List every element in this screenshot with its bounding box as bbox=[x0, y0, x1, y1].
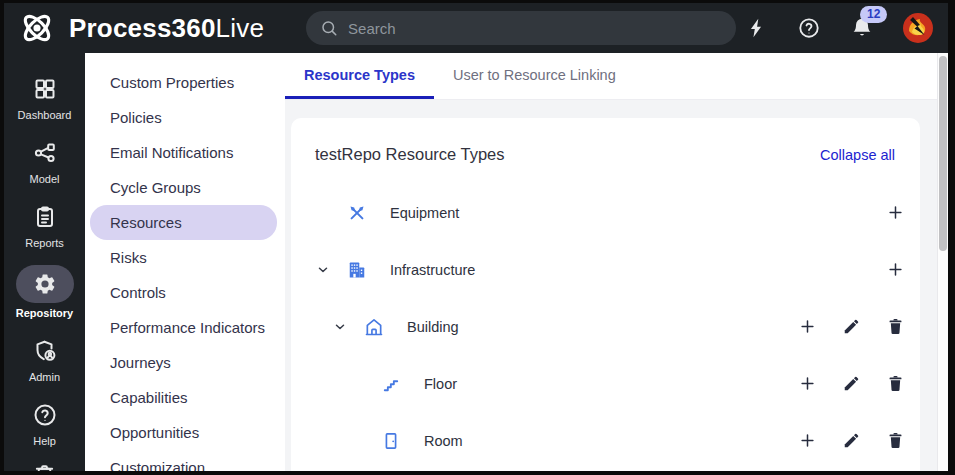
tab-user-to-resource-linking[interactable]: User to Resource Linking bbox=[434, 53, 635, 99]
chevron-placeholder bbox=[316, 206, 330, 220]
edit-button[interactable] bbox=[839, 429, 863, 453]
sidebar-item-resources[interactable]: Resources bbox=[90, 205, 277, 240]
dashboard-icon bbox=[33, 73, 57, 105]
reports-icon bbox=[33, 201, 57, 233]
repository-icon bbox=[16, 265, 74, 303]
sidebar-item-capabilities[interactable]: Capabilities bbox=[90, 380, 277, 415]
tree-row-infrastructure: Infrastructure bbox=[291, 241, 920, 298]
edit-button[interactable] bbox=[839, 372, 863, 396]
sidebar-item-policies[interactable]: Policies bbox=[90, 100, 277, 135]
add-button[interactable] bbox=[795, 429, 819, 453]
chevron-placeholder bbox=[350, 377, 364, 391]
nav-rail: DashboardModelReportsRepositoryAdminHelp bbox=[4, 53, 85, 471]
edit-button[interactable] bbox=[839, 315, 863, 339]
nav-item-label: Dashboard bbox=[18, 109, 72, 121]
nav-item-model[interactable]: Model bbox=[4, 137, 85, 185]
logo-text: Process360Live bbox=[69, 13, 264, 44]
equipment-icon bbox=[347, 203, 367, 223]
resource-type-label: Floor bbox=[424, 376, 457, 392]
avatar[interactable] bbox=[902, 12, 934, 44]
sidebar-item-journeys[interactable]: Journeys bbox=[90, 345, 277, 380]
nav-item-label: Model bbox=[30, 173, 60, 185]
tree-row-building: Building bbox=[291, 298, 920, 355]
scrollbar-thumb[interactable] bbox=[939, 56, 947, 251]
add-button[interactable] bbox=[795, 372, 819, 396]
topbar: Process360Live 12 bbox=[4, 3, 948, 53]
row-actions bbox=[795, 315, 907, 339]
add-button[interactable] bbox=[883, 201, 907, 225]
app-window: Process360Live 12 DashboardModelRe bbox=[0, 0, 955, 475]
resource-type-label: Room bbox=[424, 433, 463, 449]
tree-row-floor: Floor bbox=[291, 355, 920, 412]
chevron-down-icon[interactable] bbox=[333, 320, 347, 334]
topbar-actions: 12 bbox=[743, 12, 934, 44]
nav-item-help[interactable]: Help bbox=[4, 399, 85, 447]
app-body: DashboardModelReportsRepositoryAdminHelp… bbox=[4, 53, 948, 471]
delete-button[interactable] bbox=[883, 315, 907, 339]
vertical-scrollbar[interactable] bbox=[937, 53, 948, 471]
sidebar-item-cycle-groups[interactable]: Cycle Groups bbox=[90, 170, 277, 205]
sidebar-item-customization[interactable]: Customization bbox=[90, 450, 277, 471]
sidebar-item-risks[interactable]: Risks bbox=[90, 240, 277, 275]
infrastructure-icon bbox=[347, 260, 367, 280]
tree-row-room: Room bbox=[291, 412, 920, 469]
row-actions bbox=[883, 258, 907, 282]
repository-sidebar: Custom PropertiesPoliciesEmail Notificat… bbox=[85, 53, 285, 471]
notifications-icon[interactable]: 12 bbox=[849, 15, 875, 41]
collapse-all-link[interactable]: Collapse all bbox=[820, 147, 895, 163]
add-button[interactable] bbox=[795, 315, 819, 339]
nav-item-label: Reports bbox=[25, 237, 64, 249]
tree-row-equipment: Equipment bbox=[291, 184, 920, 241]
tabbar: Resource Types User to Resource Linking bbox=[285, 53, 948, 100]
nav-item-label: Repository bbox=[16, 307, 73, 319]
resource-types-card: testRepo Resource Types Collapse all Equ… bbox=[291, 118, 920, 475]
delete-button[interactable] bbox=[883, 429, 907, 453]
sidebar-item-custom-properties[interactable]: Custom Properties bbox=[90, 65, 277, 100]
floor-icon bbox=[381, 374, 401, 394]
flash-icon[interactable] bbox=[743, 15, 769, 41]
content-area: testRepo Resource Types Collapse all Equ… bbox=[285, 100, 948, 471]
card-header: testRepo Resource Types Collapse all bbox=[291, 118, 920, 164]
search-input[interactable] bbox=[348, 20, 722, 37]
nav-item-reports[interactable]: Reports bbox=[4, 201, 85, 249]
help-icon[interactable] bbox=[796, 15, 822, 41]
sidebar-item-performance-indicators[interactable]: Performance Indicators bbox=[90, 310, 277, 345]
sidebar-item-email-notifications[interactable]: Email Notifications bbox=[90, 135, 277, 170]
admin-icon bbox=[33, 335, 57, 367]
chevron-placeholder bbox=[350, 434, 364, 448]
tab-resource-types[interactable]: Resource Types bbox=[285, 53, 434, 99]
room-icon bbox=[381, 431, 401, 451]
resource-type-tree: EquipmentInfrastructureBuildingFloorRoom bbox=[291, 184, 920, 469]
trash-icon[interactable] bbox=[33, 463, 56, 471]
nav-item-label: Admin bbox=[29, 371, 60, 383]
delete-button[interactable] bbox=[883, 372, 907, 396]
nav-item-repository[interactable]: Repository bbox=[4, 265, 85, 319]
nav-item-label: Help bbox=[33, 435, 56, 447]
row-actions bbox=[795, 372, 907, 396]
resource-type-label: Equipment bbox=[390, 205, 459, 221]
search-icon bbox=[320, 19, 338, 37]
nav-item-dashboard[interactable]: Dashboard bbox=[4, 73, 85, 121]
notification-badge: 12 bbox=[860, 6, 887, 23]
help-icon bbox=[33, 399, 57, 431]
resource-type-label: Building bbox=[407, 319, 459, 335]
row-actions bbox=[883, 201, 907, 225]
row-actions bbox=[795, 429, 907, 453]
sidebar-item-controls[interactable]: Controls bbox=[90, 275, 277, 310]
logo-icon bbox=[14, 9, 60, 47]
resource-type-label: Infrastructure bbox=[390, 262, 475, 278]
main-area: Resource Types User to Resource Linking … bbox=[285, 53, 948, 471]
chevron-down-icon[interactable] bbox=[316, 263, 330, 277]
search-bar[interactable] bbox=[306, 11, 736, 45]
sidebar-item-opportunities[interactable]: Opportunities bbox=[90, 415, 277, 450]
add-button[interactable] bbox=[883, 258, 907, 282]
card-title: testRepo Resource Types bbox=[315, 145, 505, 164]
building-icon bbox=[364, 317, 384, 337]
nav-item-admin[interactable]: Admin bbox=[4, 335, 85, 383]
app-logo: Process360Live bbox=[14, 9, 264, 47]
model-icon bbox=[33, 137, 57, 169]
